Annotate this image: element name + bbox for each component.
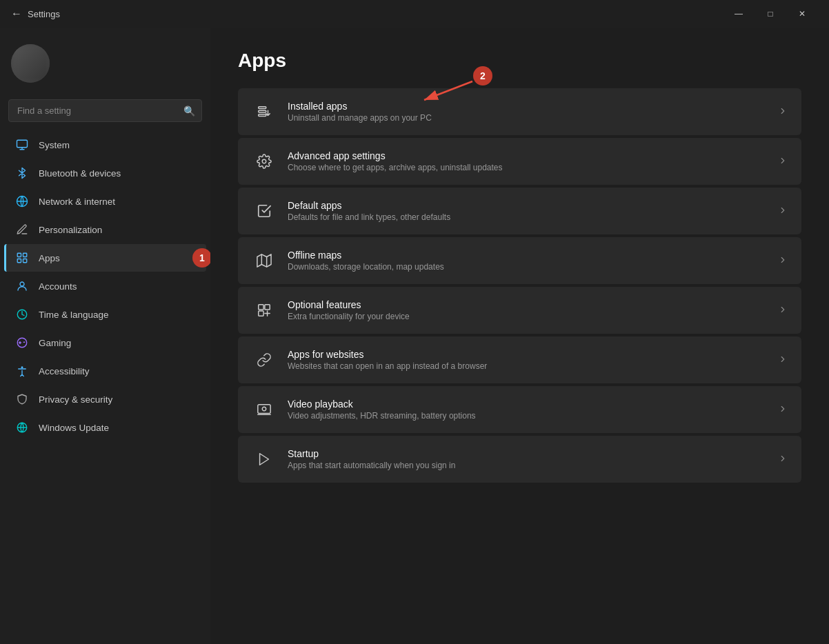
advanced-app-settings-chevron-icon: [778, 156, 788, 168]
windows-update-icon: [15, 421, 29, 434]
settings-window: ← Settings — □ ✕ 🔍 SystemBluetooth & dev…: [0, 0, 829, 644]
default-apps-icon: [252, 199, 277, 223]
offline-maps-title: Offline maps: [288, 250, 778, 261]
advanced-app-settings-description: Choose where to get apps, archive apps, …: [288, 163, 778, 172]
settings-item-video-playback[interactable]: Video playbackVideo adjustments, HDR str…: [238, 386, 801, 433]
svg-rect-2: [17, 253, 21, 256]
gaming-icon: [15, 336, 29, 350]
window-controls: — □ ✕: [723, 0, 818, 28]
video-playback-chevron-icon: [778, 404, 788, 416]
network-icon: [15, 194, 29, 208]
sidebar-item-apps[interactable]: Apps1: [4, 244, 206, 272]
settings-item-advanced-app-settings[interactable]: Advanced app settingsChoose where to get…: [238, 138, 801, 185]
sidebar-item-time-language[interactable]: Time & language: [4, 301, 206, 328]
startup-text: StartupApps that start automatically whe…: [288, 448, 778, 470]
sidebar-item-windows-update[interactable]: Windows Update: [4, 414, 206, 441]
sidebar-label-accessibility: Accessibility: [39, 366, 90, 376]
search-box: 🔍: [8, 99, 202, 122]
search-input[interactable]: [8, 99, 202, 122]
sidebar-item-bluetooth[interactable]: Bluetooth & devices: [4, 159, 206, 187]
system-icon: [15, 138, 29, 152]
apps-for-websites-description: Websites that can open in an app instead…: [288, 361, 778, 371]
personalization-icon: [15, 223, 29, 237]
optional-features-icon: [252, 298, 277, 323]
close-button[interactable]: ✕: [786, 0, 818, 28]
startup-description: Apps that start automatically when you s…: [288, 461, 778, 470]
settings-item-optional-features[interactable]: Optional featuresExtra functionality for…: [238, 287, 801, 334]
window-title: Settings: [28, 9, 60, 19]
sidebar-label-gaming: Gaming: [39, 338, 71, 348]
svg-rect-0: [17, 140, 28, 148]
video-playback-description: Video adjustments, HDR streaming, batter…: [288, 411, 778, 421]
sidebar-label-privacy-security: Privacy & security: [39, 394, 112, 405]
sidebar-label-personalization: Personalization: [39, 225, 102, 235]
default-apps-title: Default apps: [288, 200, 778, 211]
sidebar-label-bluetooth: Bluetooth & devices: [39, 168, 121, 179]
apps-for-websites-icon: [252, 348, 277, 372]
apps-icon: [15, 251, 29, 265]
sidebar-item-personalization[interactable]: Personalization: [4, 216, 206, 243]
settings-item-offline-maps[interactable]: Offline mapsDownloads, storage location,…: [238, 237, 801, 284]
accessibility-icon: [15, 364, 29, 378]
sidebar-label-apps: Apps: [39, 253, 60, 263]
annotation-badge-1: 1: [192, 248, 210, 268]
titlebar: ← Settings — □ ✕: [0, 0, 829, 28]
sidebar-item-network[interactable]: Network & internet: [4, 188, 206, 215]
sidebar-item-accessibility[interactable]: Accessibility: [4, 357, 206, 385]
sidebar-item-accounts[interactable]: Accounts: [4, 272, 206, 300]
nav-list: SystemBluetooth & devicesNetwork & inter…: [0, 130, 210, 442]
default-apps-description: Defaults for file and link types, other …: [288, 212, 778, 222]
back-icon[interactable]: ←: [11, 8, 22, 20]
default-apps-text: Default appsDefaults for file and link t…: [288, 200, 778, 222]
advanced-app-settings-title: Advanced app settings: [288, 150, 778, 161]
settings-item-apps-for-websites[interactable]: Apps for websitesWebsites that can open …: [238, 336, 801, 383]
svg-rect-19: [258, 405, 270, 414]
svg-point-20: [262, 407, 266, 411]
settings-item-default-apps[interactable]: Default appsDefaults for file and link t…: [238, 188, 801, 234]
sidebar-item-privacy-security[interactable]: Privacy & security: [4, 385, 206, 413]
video-playback-title: Video playback: [288, 399, 778, 410]
settings-item-startup[interactable]: StartupApps that start automatically whe…: [238, 436, 801, 483]
minimize-button[interactable]: —: [723, 0, 755, 28]
optional-features-description: Extra functionality for your device: [288, 312, 778, 321]
svg-rect-9: [259, 107, 266, 109]
optional-features-text: Optional featuresExtra functionality for…: [288, 299, 778, 321]
installed-apps-description: Uninstall and manage apps on your PC: [288, 113, 778, 123]
sidebar-item-system[interactable]: System: [4, 131, 206, 159]
apps-for-websites-chevron-icon: [778, 354, 788, 366]
installed-apps-icon: [252, 99, 277, 124]
sidebar-item-gaming[interactable]: Gaming: [4, 329, 206, 356]
offline-maps-icon: [252, 248, 277, 273]
bluetooth-icon: [15, 166, 29, 180]
svg-point-6: [20, 282, 24, 286]
accounts-icon: [15, 279, 29, 293]
installed-apps-text: Installed appsUninstall and manage apps …: [288, 101, 778, 123]
privacy-security-icon: [15, 392, 29, 406]
svg-rect-11: [259, 114, 266, 117]
advanced-app-settings-icon: [252, 149, 277, 174]
user-profile[interactable]: [0, 33, 210, 94]
settings-item-installed-apps[interactable]: Installed appsUninstall and manage apps …: [238, 88, 801, 135]
svg-point-12: [262, 159, 266, 163]
video-playback-icon: [252, 397, 277, 422]
video-playback-text: Video playbackVideo adjustments, HDR str…: [288, 399, 778, 421]
content-area: 🔍 SystemBluetooth & devicesNetwork & int…: [0, 28, 829, 644]
time-language-icon: [15, 308, 29, 321]
avatar: [11, 44, 50, 83]
page-title: Apps: [238, 50, 801, 72]
offline-maps-description: Downloads, storage location, map updates: [288, 262, 778, 272]
installed-apps-title: Installed apps: [288, 101, 778, 112]
svg-point-8: [21, 366, 23, 368]
optional-features-title: Optional features: [288, 299, 778, 310]
sidebar-label-network: Network & internet: [39, 197, 115, 207]
advanced-app-settings-text: Advanced app settingsChoose where to get…: [288, 150, 778, 172]
default-apps-chevron-icon: [778, 205, 788, 217]
sidebar: 🔍 SystemBluetooth & devicesNetwork & int…: [0, 28, 210, 644]
offline-maps-chevron-icon: [778, 255, 788, 267]
svg-text:2: 2: [480, 70, 486, 81]
svg-rect-18: [259, 311, 263, 316]
startup-title: Startup: [288, 448, 778, 459]
svg-rect-5: [23, 259, 27, 263]
sidebar-label-accounts: Accounts: [39, 281, 77, 292]
maximize-button[interactable]: □: [755, 0, 786, 28]
